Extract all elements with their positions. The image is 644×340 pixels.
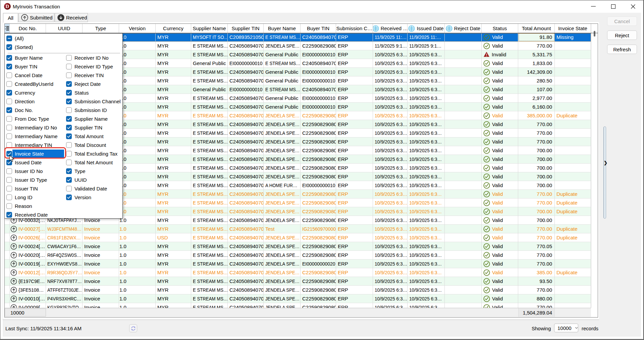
svg-text:D: D [6, 4, 9, 9]
